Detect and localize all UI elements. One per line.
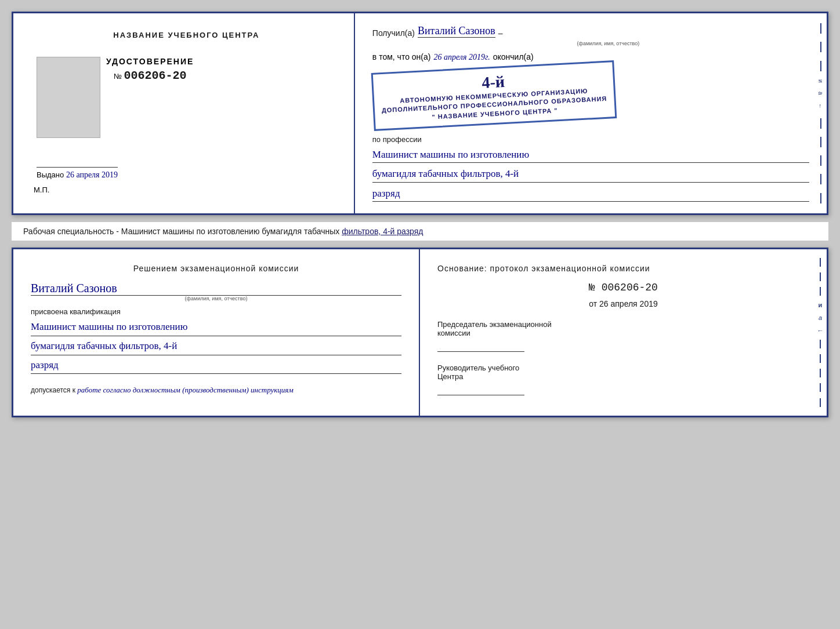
deco-line-3 bbox=[820, 61, 821, 71]
rdeco-dash-5 bbox=[820, 354, 821, 363]
deco-line-4 bbox=[820, 118, 821, 129]
received-line: Получил(а) Виталий Сазонов – bbox=[372, 25, 809, 38]
profession-line3: разряд bbox=[372, 186, 809, 202]
dopuskaetsya-text: работе согласно должностным (производств… bbox=[77, 386, 293, 394]
rdeco-dash-2 bbox=[820, 272, 821, 281]
deco-line-8 bbox=[820, 193, 821, 203]
rdeco-dash-6 bbox=[820, 369, 821, 377]
vtom-line: в том, что он(а) 26 апреля 2019г. окончи… bbox=[372, 52, 809, 62]
rdeco-i: и bbox=[819, 301, 823, 308]
qual-line3: разряд bbox=[31, 357, 401, 375]
deco-line-2 bbox=[820, 42, 821, 52]
profession-line2: бумагидля табачных фильтров, 4-й bbox=[372, 166, 809, 182]
vtom-date: 26 апреля 2019г. bbox=[433, 53, 490, 62]
po-professii-label: по профессии bbox=[372, 135, 809, 144]
ot-date: 26 апреля 2019 bbox=[599, 299, 658, 308]
poluchil-label: Получил(а) bbox=[372, 28, 415, 38]
number-prefix: № 006206-20 bbox=[106, 69, 194, 82]
deco-line-7 bbox=[820, 174, 821, 184]
cert-issued-line: Выдано 26 апреля 2019 bbox=[37, 167, 118, 180]
prisvoena-label: присвоена квалификация bbox=[31, 307, 401, 316]
rukovoditel-block: Руководитель учебного Центра bbox=[437, 363, 809, 395]
middle-strip-text-underlined: фильтров, 4-й разряд bbox=[342, 227, 423, 236]
cert-right-panel: Получил(а) Виталий Сазонов – (фамилия, и… bbox=[355, 13, 827, 213]
rdeco-dash-1 bbox=[820, 258, 821, 267]
bottom-name: Виталий Сазонов bbox=[31, 282, 401, 296]
name-block: Виталий Сазонов (фамилия, имя, отчество) bbox=[31, 282, 401, 301]
qual-line1: Машинист машины по изготовлению bbox=[31, 319, 401, 336]
cert-left-panel: НАЗВАНИЕ УЧЕБНОГО ЦЕНТРА УДОСТОВЕРЕНИЕ №… bbox=[13, 13, 355, 213]
qual-line2: бумагидля табачных фильтров, 4-й bbox=[31, 338, 401, 355]
bottom-right-panel: Основание: протокол экзаменационной коми… bbox=[420, 249, 827, 416]
photo-placeholder bbox=[37, 57, 100, 138]
protocol-number-block: № 006206-20 bbox=[437, 282, 809, 293]
predsedatel-block: Председатель экзаменационной комиссии bbox=[437, 320, 809, 352]
right-side-decoration: и а ← bbox=[815, 13, 827, 213]
deco-line-6 bbox=[820, 155, 821, 166]
fio-sublabel: (фамилия, имя, отчество) bbox=[407, 41, 809, 46]
cert-number: 006206-20 bbox=[124, 69, 186, 82]
udostoverenie-label: УДОСТОВЕРЕНИЕ bbox=[106, 57, 194, 66]
okonchil-label: окончил(а) bbox=[493, 52, 534, 61]
bottom-left-title: Решением экзаменационной комиссии bbox=[31, 264, 401, 273]
rukovoditel-sig-line bbox=[437, 384, 524, 395]
rdeco-dash-8 bbox=[820, 398, 821, 407]
dopuskaetsya-block: допускается к работе согласно должностны… bbox=[31, 386, 401, 395]
rdeco-a: а bbox=[819, 314, 822, 321]
predsedatel-label: Председатель экзаменационной комиссии bbox=[437, 320, 809, 337]
bottom-booklet: Решением экзаменационной комиссии Витали… bbox=[12, 248, 828, 417]
deco-text-i: и bbox=[817, 79, 824, 83]
page-wrapper: НАЗВАНИЕ УЧЕБНОГО ЦЕНТРА УДОСТОВЕРЕНИЕ №… bbox=[12, 12, 828, 417]
middle-strip: Рабочая специальность - Машинист машины … bbox=[12, 222, 828, 241]
vtom-label: в том, что он(а) bbox=[372, 52, 431, 61]
deco-line-1 bbox=[820, 23, 821, 34]
middle-strip-text-prefix: Рабочая специальность - Машинист машины … bbox=[23, 227, 339, 236]
deco-text-a: а bbox=[817, 92, 824, 96]
top-certificate-booklet: НАЗВАНИЕ УЧЕБНОГО ЦЕНТРА УДОСТОВЕРЕНИЕ №… bbox=[12, 12, 828, 215]
stamp-box: 4-й АВТОНОМНУЮ НЕКОММЕРЧЕСКУЮ ОРГАНИЗАЦИ… bbox=[371, 60, 616, 131]
protocol-number: 006206-20 bbox=[602, 282, 658, 293]
rdeco-dash-4 bbox=[820, 340, 821, 348]
bottom-fio-sublabel: (фамилия, имя, отчество) bbox=[31, 296, 401, 301]
cert-udostoverenie: УДОСТОВЕРЕНИЕ № 006206-20 bbox=[106, 57, 194, 150]
rdeco-arrow: ← bbox=[817, 327, 824, 334]
profession-line1: Машинист машины по изготовлению bbox=[372, 147, 809, 163]
osnovaniye-title: Основание: протокол экзаменационной коми… bbox=[437, 264, 809, 273]
deco-text-arrow: ← bbox=[817, 103, 824, 110]
poluchil-name: Виталий Сазонов bbox=[418, 25, 495, 38]
cert-school-title: НАЗВАНИЕ УЧЕБНОГО ЦЕНТРА bbox=[113, 31, 259, 39]
mp-label: М.П. bbox=[34, 186, 49, 194]
vydano-date: 26 апреля 2019 bbox=[66, 170, 118, 179]
bottom-left-panel: Решением экзаменационной комиссии Витали… bbox=[13, 249, 420, 416]
vydano-label: Выдано bbox=[37, 170, 64, 179]
predsedatel-sig-line bbox=[437, 340, 524, 352]
rdeco-dash-7 bbox=[820, 383, 821, 392]
rdeco-dash-3 bbox=[820, 287, 821, 296]
deco-line-5 bbox=[820, 137, 821, 147]
rukovoditel-label: Руководитель учебного Центра bbox=[437, 363, 809, 381]
date-line: от 26 апреля 2019 bbox=[437, 299, 809, 308]
bottom-right-side-decoration: и а ← bbox=[814, 249, 827, 416]
dopuskaetsya-prefix: допускается к bbox=[31, 386, 75, 394]
